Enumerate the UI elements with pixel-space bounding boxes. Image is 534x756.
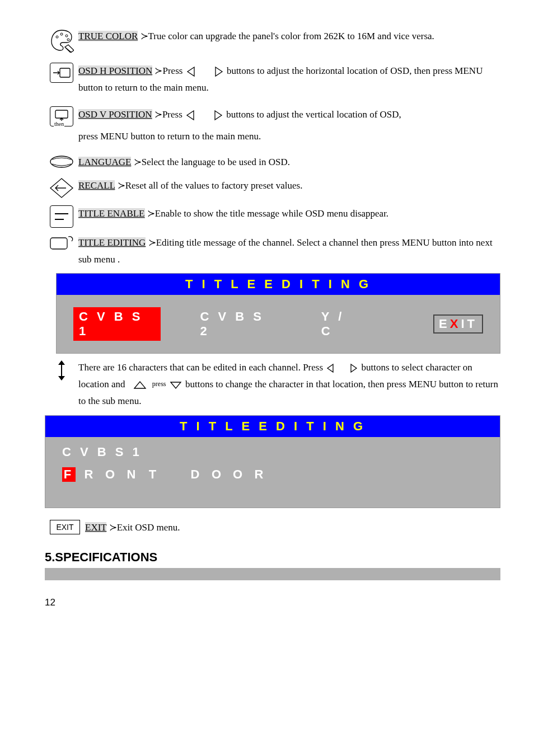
svg-point-0 xyxy=(56,36,58,38)
svg-point-2 xyxy=(65,35,68,37)
osd-h-label: OSD H POSITION xyxy=(78,65,152,76)
osd-h-press: Press xyxy=(162,65,182,76)
true-color-desc: True color can upgrade the panel's color… xyxy=(148,31,434,41)
left-right-arrows-icon xyxy=(185,110,224,121)
specifications-heading: 5.SPECIFICATIONS xyxy=(45,550,500,565)
osd-char-row[interactable]: F R O N T D O O R xyxy=(62,467,483,482)
arrow-glyph: ≻ xyxy=(134,157,142,167)
osd-char-7[interactable]: O xyxy=(211,467,224,482)
down-small-icon xyxy=(168,380,183,390)
language-desc: Select the language to be used in OSD. xyxy=(142,157,290,167)
title-enable-icon xyxy=(50,205,73,228)
osd-v-icon: then xyxy=(50,106,73,126)
svg-rect-4 xyxy=(60,68,70,77)
arrow-glyph: ≻ xyxy=(140,31,148,41)
exit-button-icon: EXIT xyxy=(50,520,79,534)
page-number: 12 xyxy=(45,597,500,608)
section-divider-bar xyxy=(45,568,500,580)
osd-char-4[interactable]: T xyxy=(147,467,161,482)
language-icon xyxy=(49,154,74,170)
osd-header-2: T I T L E E D I T I N G xyxy=(45,416,500,437)
arrow-glyph: ≻ xyxy=(154,65,162,76)
arrow-glyph: ≻ xyxy=(148,237,156,248)
up-down-small-icon xyxy=(128,379,152,391)
note-p1: There are 16 characters that can be edit… xyxy=(78,362,323,373)
exit-desc: Exit OSD menu. xyxy=(117,522,180,533)
svg-point-1 xyxy=(60,33,63,35)
osd-char-1[interactable]: R xyxy=(83,467,97,482)
then-label: then xyxy=(54,121,64,127)
osd-v-press: Press xyxy=(162,109,182,120)
exit-label: EXIT xyxy=(85,522,106,533)
osd-exit-button[interactable]: EXIT xyxy=(433,314,483,334)
osd-char-0[interactable]: F xyxy=(62,467,76,482)
svg-point-3 xyxy=(67,39,69,41)
svg-rect-9 xyxy=(50,238,67,249)
title-enable-label: TITLE ENABLE xyxy=(78,208,145,219)
osd-channel-label: C V B S 1 xyxy=(62,445,483,459)
arrow-glyph: ≻ xyxy=(109,522,117,533)
osd-option-cvbs1[interactable]: C V B S 1 xyxy=(73,307,161,341)
arrow-glyph: ≻ xyxy=(147,208,155,219)
osd-panel-char-edit: T I T L E E D I T I N G C V B S 1 F R O … xyxy=(45,415,500,508)
left-right-arrows-icon xyxy=(325,363,359,373)
palette-icon xyxy=(49,28,74,53)
true-color-label: TRUE COLOR xyxy=(78,31,138,41)
osd-header: T I T L E E D I T I N G xyxy=(57,274,500,295)
osd-v-label: OSD V POSITION xyxy=(78,109,152,120)
language-label: LANGUAGE xyxy=(78,157,131,167)
osd-char-2[interactable]: O xyxy=(105,467,118,482)
osd-char-8[interactable]: O xyxy=(232,467,246,482)
osd-v-desc2: buttons to adjust the vertical location … xyxy=(226,109,401,120)
title-editing-icon xyxy=(49,234,74,251)
arrow-glyph: ≻ xyxy=(154,109,162,120)
title-editing-label: TITLE EDITING xyxy=(78,237,146,248)
osd-char-9[interactable]: R xyxy=(254,467,267,482)
osd-option-yc[interactable]: Y / C xyxy=(316,307,366,341)
osd-h-icon xyxy=(50,63,73,83)
osd-panel-title-editing: T I T L E E D I T I N G C V B S 1 C V B … xyxy=(56,273,500,354)
osd-char-5[interactable] xyxy=(168,467,182,482)
up-down-arrow-icon xyxy=(57,359,67,382)
osd-char-6[interactable]: D xyxy=(190,467,203,482)
recall-icon xyxy=(49,177,74,199)
recall-label: RECALL xyxy=(78,180,115,191)
svg-rect-5 xyxy=(55,110,68,118)
arrow-glyph: ≻ xyxy=(118,180,125,191)
recall-desc: Reset all of the values to factory prese… xyxy=(125,180,303,191)
left-right-arrows-icon xyxy=(185,66,224,77)
osd-option-cvbs2[interactable]: C V B S 2 xyxy=(194,307,282,341)
osd-v-desc3: press MENU button to return to the main … xyxy=(78,128,500,145)
osd-char-3[interactable]: N xyxy=(126,467,139,482)
title-enable-desc: Enable to show the title message while O… xyxy=(155,208,388,219)
